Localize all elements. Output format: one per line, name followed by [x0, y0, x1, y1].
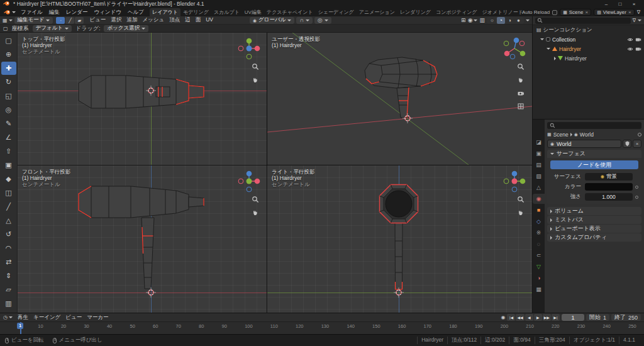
menu-item[interactable]: レンダー: [63, 9, 91, 16]
unlink-view-layer-icon[interactable]: ×: [628, 9, 631, 15]
frame-end-field[interactable]: 終了 250: [611, 314, 641, 321]
timeline-menu-item[interactable]: マーカー: [84, 314, 111, 321]
tab-particles[interactable]: ※: [533, 228, 545, 238]
surface-panel-header[interactable]: サーフェス: [547, 150, 641, 158]
workspace-tab-shading[interactable]: シェーディング: [316, 8, 357, 16]
hide-eye-icon[interactable]: [627, 46, 633, 52]
viewport-user-perspective[interactable]: ユーザー・透視投影 (1) Hairdryer: [267, 33, 532, 165]
mode-dropdown[interactable]: 編集モード: [14, 17, 53, 24]
rendered-shading[interactable]: ●: [514, 17, 523, 24]
tab-output[interactable]: ▤: [533, 160, 545, 170]
cursor-tool[interactable]: ⊕: [1, 48, 16, 61]
viewport-menu-item[interactable]: メッシュ: [140, 16, 167, 24]
fake-user-shield-button[interactable]: [623, 140, 631, 148]
editor-type-button[interactable]: ◷: [3, 314, 13, 321]
workspace-tab-geometry-nodes[interactable]: ジオメトリノード: [480, 8, 523, 16]
solid-shading[interactable]: ◔: [497, 17, 505, 24]
viewport-menu-item[interactable]: 追加: [124, 16, 140, 24]
playhead-frame-badge[interactable]: 1: [17, 323, 23, 329]
chevron-down-icon[interactable]: [526, 20, 530, 21]
face-select-mode[interactable]: ▰: [75, 17, 84, 24]
select-box-tool[interactable]: ▢: [1, 34, 16, 47]
filter-funnel-icon[interactable]: ∇: [633, 17, 636, 24]
viewport-menu-item[interactable]: UV: [203, 16, 216, 24]
tab-material[interactable]: ◑: [533, 273, 545, 283]
prev-keyframe-button[interactable]: ◀◀: [516, 314, 524, 321]
outliner-row-object-hairdryer[interactable]: Hairdryer: [533, 44, 644, 53]
timeline-menu-item[interactable]: キーイング: [31, 314, 63, 321]
unlink-datablock-button[interactable]: ×: [633, 140, 641, 148]
collapsed-panel-header[interactable]: ボリューム: [547, 207, 641, 215]
tab-physics[interactable]: ◌: [533, 239, 545, 249]
navigation-gizmo[interactable]: [236, 169, 262, 194]
tab-world[interactable]: ◉: [533, 194, 545, 204]
extrude-tool[interactable]: ⇧: [1, 145, 16, 158]
zoom-icon[interactable]: [252, 196, 259, 203]
overlays-toggle[interactable]: ◉: [468, 17, 478, 24]
drag-option-dropdown[interactable]: ボックス選択: [104, 25, 148, 32]
timeline-ruler[interactable]: 0102030405060708090100110120130140150160…: [0, 322, 644, 334]
minimize-button[interactable]: –: [599, 0, 613, 8]
snap-toggle[interactable]: ∩: [296, 17, 312, 24]
collapsed-panel-header[interactable]: カスタムプロパティ: [547, 233, 641, 242]
navigation-gizmo[interactable]: [502, 169, 527, 194]
viewport-top[interactable]: トップ・平行投影 (1) Hairdryer センチメートル: [18, 33, 267, 165]
timeline-menu-item[interactable]: ビュー: [63, 314, 84, 321]
shrink-fatten-tool[interactable]: ⇕: [1, 269, 16, 282]
collapsed-panel-header[interactable]: ミストパス: [547, 216, 641, 224]
workspace-tab-layout[interactable]: レイアウト: [150, 8, 180, 16]
viewport-menu-item[interactable]: ビュー: [87, 16, 108, 24]
pan-hand-icon[interactable]: [517, 209, 525, 216]
outliner-row-mesh-data-hairdryer[interactable]: Hairdryer: [533, 53, 644, 63]
tab-view-layer[interactable]: ▧: [533, 171, 545, 181]
loop-cut-tool[interactable]: ◫: [1, 186, 16, 199]
menu-item[interactable]: ヘルプ: [125, 9, 147, 16]
pan-hand-icon[interactable]: [252, 76, 259, 84]
outliner-search-input[interactable]: [535, 18, 631, 24]
surface-shader-select[interactable]: 背景: [585, 173, 633, 181]
wireframe-shading[interactable]: ○: [488, 17, 496, 24]
filter-funnel-icon[interactable]: ∇: [637, 9, 640, 16]
viewport-front[interactable]: フロント・平行投影 (1) Hairdryer センチメートル: [18, 165, 267, 313]
play-reverse-button[interactable]: ◀: [525, 314, 533, 321]
xray-toggle-icon[interactable]: ▥: [479, 17, 485, 24]
transform-orientation-dropdown[interactable]: ◉ グローバル: [250, 17, 294, 24]
jump-to-start-button[interactable]: |◀: [507, 314, 515, 321]
scale-tool[interactable]: ◱: [1, 89, 16, 103]
editor-type-button[interactable]: ▦: [3, 17, 13, 24]
menu-item[interactable]: 編集: [46, 9, 63, 16]
play-button[interactable]: ▶: [534, 314, 542, 321]
pan-hand-icon[interactable]: [517, 76, 525, 84]
material-shading[interactable]: ◑: [506, 17, 514, 24]
auto-keying-icon[interactable]: ◉: [501, 314, 506, 321]
workspace-tab-modeling[interactable]: モデリング: [180, 8, 211, 16]
viewport-menu-item[interactable]: 頂点: [167, 16, 182, 24]
tab-object-data[interactable]: ▽: [533, 262, 545, 272]
inset-tool[interactable]: ▣: [1, 159, 16, 172]
tab-scene[interactable]: △: [533, 182, 545, 193]
edge-slide-tool[interactable]: ⇄: [1, 255, 16, 269]
measure-tool[interactable]: ∠: [1, 131, 16, 144]
rotate-tool[interactable]: ↻: [1, 75, 16, 89]
transform-tool[interactable]: ◎: [1, 103, 16, 116]
render-visibility-camera-icon[interactable]: [635, 46, 641, 52]
outliner-row-scene-collection[interactable]: ▤ シーンコレクション: [533, 25, 644, 35]
workspace-tab-rendering[interactable]: レンダリング: [397, 8, 433, 16]
tab-tool[interactable]: ◪: [533, 137, 545, 147]
frame-start-field[interactable]: 開始 1: [586, 314, 609, 321]
camera-view-icon[interactable]: [517, 89, 525, 97]
next-keyframe-button[interactable]: ▶▶: [543, 314, 551, 321]
move-tool[interactable]: ✚: [1, 62, 16, 75]
vertex-select-mode[interactable]: ∙: [56, 17, 65, 24]
collapsed-panel-header[interactable]: ビューポート表示: [547, 225, 641, 233]
outliner-row-collection[interactable]: Collection: [533, 35, 644, 44]
world-datablock-selector[interactable]: ◉ World: [547, 140, 621, 148]
spin-tool[interactable]: ↺: [1, 228, 16, 241]
animate-decorator-icon[interactable]: [633, 186, 640, 189]
workspace-tab-animation[interactable]: アニメーション: [357, 8, 397, 16]
world-color-swatch[interactable]: [585, 183, 633, 191]
breadcrumb-scene[interactable]: Scene: [553, 131, 569, 138]
menu-item[interactable]: ファイル: [18, 9, 46, 16]
smooth-tool[interactable]: ◠: [1, 242, 16, 255]
viewport-menu-item[interactable]: 選択: [108, 16, 124, 24]
